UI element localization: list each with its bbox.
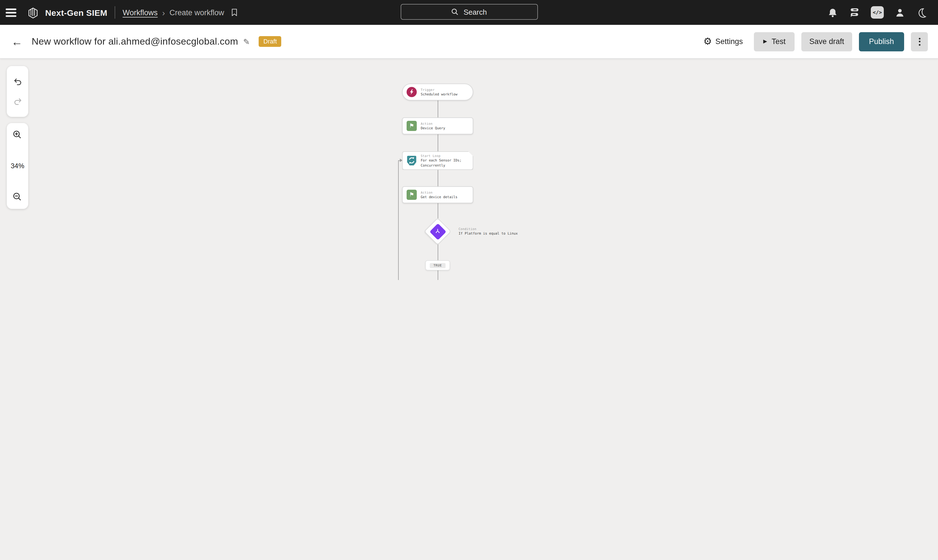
code-console-icon[interactable]: </> [871,6,884,18]
node-action-device-query[interactable]: ⚑ Action Device Query [402,117,473,134]
breadcrumb-workflows-link[interactable]: Workflows [123,8,157,17]
zoom-level: 34% [11,162,24,170]
toolbar-actions: ⚙ Settings ▶ Test Save draft Publish [703,32,928,51]
breadcrumb-current: Create workflow [169,8,224,17]
zoom-in-icon[interactable] [12,130,23,140]
edge [437,170,438,186]
edge [437,245,438,260]
edge [437,203,438,218]
messages-chat-icon[interactable] [849,7,860,18]
node-trigger-scheduled-workflow[interactable]: Trigger Scheduled workflow [402,83,473,100]
redo-icon[interactable] [13,97,22,106]
edge [437,271,438,280]
loop-icon [407,155,417,166]
divider [115,6,115,18]
back-arrow-button[interactable]: ← [9,36,25,47]
more-options-kebab-icon[interactable] [911,32,928,51]
app-window: Next-Gen SIEM Workflows › Create workflo… [0,0,938,280]
status-badge: Draft [259,36,282,47]
hamburger-menu-icon[interactable] [6,6,19,19]
workflow-toolbar: ← New workflow for ali.ahmed@infosecglob… [0,25,938,59]
lightning-bolt-icon [407,87,417,97]
workflow-title: New workflow for ali.ahmed@infosecglobal… [32,36,238,47]
loopback-edge [398,160,399,280]
zoom-out-icon[interactable] [12,192,23,202]
undo-icon[interactable] [13,77,22,86]
history-panel [7,66,28,117]
gear-icon: ⚙ [703,37,712,46]
zoom-panel: 34% [7,123,28,209]
top-navigation-bar: Next-Gen SIEM Workflows › Create workflo… [0,0,938,25]
edge [437,100,438,117]
flag-icon: ⚑ [407,121,417,131]
save-draft-button[interactable]: Save draft [801,32,852,51]
notifications-bell-icon[interactable] [827,7,838,18]
node-start-loop[interactable]: Start Loop For each Sensor IDs; Concurre… [402,151,473,170]
dark-mode-moon-icon[interactable] [916,7,927,18]
edit-title-pencil-icon[interactable]: ✎ [243,37,250,46]
edge [437,134,438,151]
play-icon: ▶ [763,39,767,44]
bookmark-icon[interactable] [230,8,238,17]
branch-label-true: TRUE [425,260,450,271]
publish-button[interactable]: Publish [859,32,904,51]
user-profile-icon[interactable] [895,7,905,18]
node-action-get-device-details[interactable]: ⚑ Action Get device details [402,186,473,203]
workflow-canvas[interactable]: 34% [0,59,938,280]
search-input[interactable]: Search [400,4,538,20]
test-button[interactable]: ▶ Test [754,32,795,51]
breadcrumb-separator: › [162,8,165,17]
flag-icon: ⚑ [407,190,417,200]
crowdstrike-logo [26,5,40,20]
breadcrumb: Workflows › Create workflow [123,8,224,17]
search-icon [451,8,459,16]
product-title: Next-Gen SIEM [45,8,107,17]
top-icon-group: </> [827,6,927,18]
search-placeholder: Search [464,8,487,16]
settings-button[interactable]: ⚙ Settings [703,37,743,46]
